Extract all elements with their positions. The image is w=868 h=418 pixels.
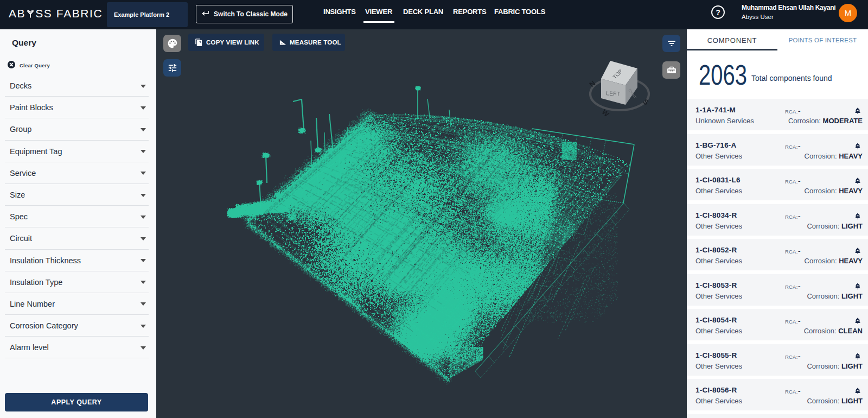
svg-text:LEFT: LEFT	[606, 90, 621, 97]
svg-text:S: S	[641, 97, 650, 106]
svg-text:N: N	[588, 79, 597, 89]
svg-text:?: ?	[716, 8, 720, 17]
